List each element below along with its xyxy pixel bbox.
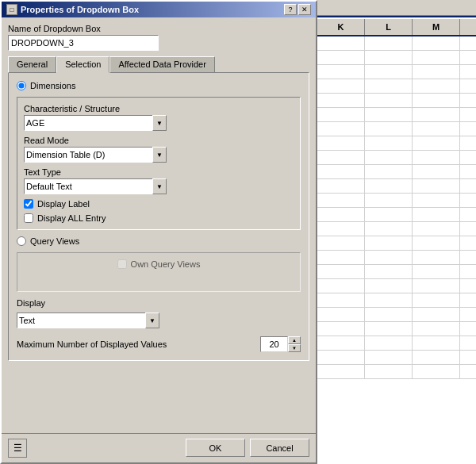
text-type-select[interactable]: Default Text	[24, 178, 167, 194]
cell[interactable]	[365, 179, 413, 193]
cell[interactable]	[365, 251, 413, 264]
dimensions-radio[interactable]	[17, 81, 26, 90]
help-button[interactable]: ?	[284, 4, 297, 15]
cell[interactable]	[317, 236, 365, 250]
cell[interactable]	[365, 222, 413, 236]
tab-selection[interactable]: Selection	[56, 56, 109, 73]
footer-icon[interactable]: ☰	[8, 439, 27, 458]
cell[interactable]	[317, 151, 365, 164]
display-all-entry-checkbox[interactable]	[24, 213, 33, 223]
cell[interactable]	[317, 122, 365, 136]
cell[interactable]	[413, 293, 460, 307]
cell[interactable]	[413, 94, 460, 107]
display-select[interactable]: TextKeyText and Key	[17, 313, 159, 328]
cell[interactable]	[413, 322, 460, 336]
tab-general[interactable]: General	[8, 56, 56, 73]
cell[interactable]	[317, 208, 365, 221]
spinner-up-button[interactable]: ▲	[288, 336, 301, 344]
cell[interactable]	[365, 94, 413, 107]
cell[interactable]	[413, 165, 460, 178]
cell[interactable]	[317, 136, 365, 150]
cell[interactable]	[365, 265, 413, 278]
cell[interactable]	[413, 51, 460, 64]
cell[interactable]	[317, 293, 365, 307]
cell[interactable]	[365, 208, 413, 221]
cell[interactable]	[365, 165, 413, 178]
read-mode-select[interactable]: Dimension Table (D)	[24, 147, 167, 163]
cell[interactable]	[413, 308, 460, 321]
cell[interactable]	[317, 179, 365, 193]
display-label-text: Display Label	[37, 199, 90, 209]
cell[interactable]	[413, 351, 460, 364]
cell[interactable]	[413, 222, 460, 236]
dimensions-radio-item[interactable]: Dimensions	[17, 81, 301, 90]
cancel-button[interactable]: Cancel	[250, 439, 309, 457]
query-views-radio-item[interactable]: Query Views	[17, 236, 301, 246]
read-mode-label: Read Mode	[24, 136, 294, 145]
cell[interactable]	[413, 251, 460, 264]
cell[interactable]	[413, 365, 460, 378]
cell[interactable]	[317, 336, 365, 350]
cell[interactable]	[413, 79, 460, 93]
cell[interactable]	[365, 236, 413, 250]
cell[interactable]	[317, 94, 365, 107]
cell[interactable]	[317, 322, 365, 336]
cell[interactable]	[413, 36, 460, 50]
cell[interactable]	[413, 136, 460, 150]
cell[interactable]	[317, 65, 365, 79]
cell[interactable]	[365, 322, 413, 336]
cell[interactable]	[365, 122, 413, 136]
cell[interactable]	[365, 151, 413, 164]
max-number-input[interactable]	[260, 336, 288, 352]
cell[interactable]	[317, 222, 365, 236]
cell[interactable]	[413, 179, 460, 193]
table-row	[317, 236, 476, 251]
characteristic-select[interactable]: AGE	[24, 115, 167, 131]
cell[interactable]	[317, 265, 365, 278]
display-label-checkbox[interactable]	[24, 199, 33, 209]
tab-affected-data-provider[interactable]: Affected Data Provider	[109, 56, 214, 73]
cell[interactable]	[317, 51, 365, 64]
dropdown-name-input[interactable]	[8, 35, 159, 51]
query-views-radio[interactable]	[17, 236, 26, 246]
close-button[interactable]: ✕	[298, 4, 311, 15]
table-row	[317, 336, 476, 351]
cell[interactable]	[365, 279, 413, 293]
cell[interactable]	[365, 194, 413, 207]
cell[interactable]	[413, 194, 460, 207]
cell[interactable]	[413, 122, 460, 136]
cell[interactable]	[317, 308, 365, 321]
cell[interactable]	[365, 308, 413, 321]
cell[interactable]	[413, 279, 460, 293]
spinner-down-button[interactable]: ▼	[288, 344, 301, 352]
cell[interactable]	[365, 36, 413, 50]
cell[interactable]	[317, 165, 365, 178]
cell[interactable]	[365, 136, 413, 150]
cell[interactable]	[317, 108, 365, 121]
cell[interactable]	[413, 336, 460, 350]
cell[interactable]	[317, 194, 365, 207]
cell[interactable]	[413, 65, 460, 79]
cell[interactable]	[365, 79, 413, 93]
cell[interactable]	[365, 365, 413, 378]
cell[interactable]	[317, 365, 365, 378]
cell[interactable]	[365, 51, 413, 64]
cell[interactable]	[365, 65, 413, 79]
cell[interactable]	[413, 236, 460, 250]
cell[interactable]	[317, 251, 365, 264]
cell[interactable]	[365, 336, 413, 350]
cell[interactable]	[365, 293, 413, 307]
cell[interactable]	[317, 351, 365, 364]
cell[interactable]	[413, 265, 460, 278]
cell[interactable]	[413, 151, 460, 164]
display-label-checkbox-item[interactable]: Display Label	[24, 199, 294, 209]
ok-button[interactable]: OK	[186, 439, 245, 457]
cell[interactable]	[413, 108, 460, 121]
cell[interactable]	[317, 79, 365, 93]
cell[interactable]	[317, 36, 365, 50]
cell[interactable]	[317, 279, 365, 293]
cell[interactable]	[365, 108, 413, 121]
cell[interactable]	[413, 208, 460, 221]
display-all-entry-checkbox-item[interactable]: Display ALL Entry	[24, 213, 294, 223]
cell[interactable]	[365, 351, 413, 364]
